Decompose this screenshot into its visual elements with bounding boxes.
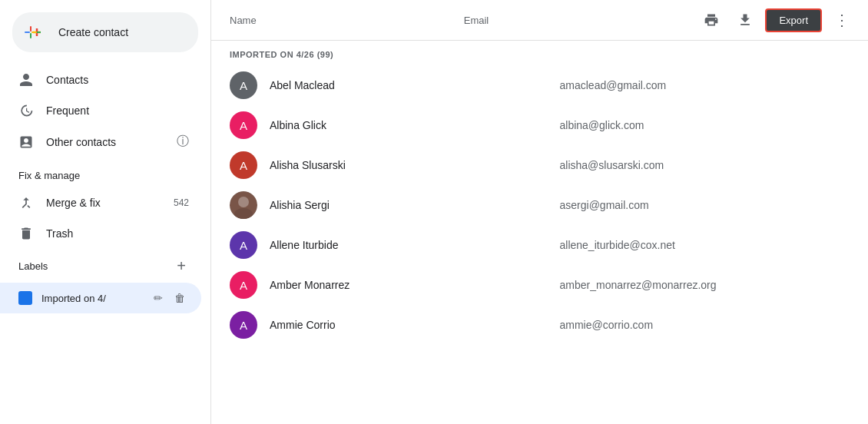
contact-name: Alisha Slusarski [270,159,560,171]
delete-label-button[interactable]: 🗑 [171,289,189,307]
contact-name: Ammie Corrio [270,319,560,331]
contact-row[interactable]: Alishia Sergi asergi@gmail.com [211,185,868,225]
contact-row[interactable]: A Allene Iturbide allene_iturbide@cox.ne… [211,225,868,265]
info-icon: ⓘ [177,134,189,150]
labels-title: Labels [18,260,48,272]
contact-email: amaclead@gmail.com [560,79,850,91]
main-content: Name Email Export ⋮ IMPORTED ON 4/26 (99… [211,0,868,424]
more-options-button[interactable]: ⋮ [828,6,856,34]
labels-header: Labels + [0,249,210,283]
download-button[interactable] [731,6,759,34]
contact-name: Alishia Sergi [270,199,560,211]
contact-email: ammie@corrio.com [560,319,850,331]
create-contact-button[interactable]: Create contact [12,12,198,52]
label-text: Imported on 4/ [41,293,140,304]
person-icon [18,72,34,88]
other-contacts-label: Other contacts [46,136,116,148]
person-photo-placeholder [230,191,257,219]
svg-rect-2 [30,26,31,31]
svg-rect-4 [25,31,30,33]
contact-list: IMPORTED ON 4/26 (99) A Abel Maclead ama… [211,41,868,424]
avatar: A [230,71,257,99]
label-color-icon [18,291,32,305]
contact-email: allene_iturbide@cox.net [560,239,850,251]
print-button[interactable] [697,6,725,34]
main-header: Name Email Export ⋮ [211,0,868,41]
merge-badge: 542 [174,197,189,208]
export-button[interactable]: Export [765,8,822,32]
column-name: Name [230,15,464,26]
sidebar-item-trash[interactable]: Trash [0,218,201,249]
sidebar-item-frequent[interactable]: Frequent [0,95,201,126]
history-icon [18,103,34,118]
sidebar: Create contact Contacts Frequent Other c… [0,0,211,424]
contacts-container: A Abel Maclead amaclead@gmail.com A Albi… [211,65,868,345]
svg-rect-5 [31,31,37,33]
frequent-label: Frequent [46,104,89,117]
contact-row[interactable]: A Ammie Corrio ammie@corrio.com [211,305,868,345]
contacts-label: Contacts [46,74,88,86]
create-contact-label: Create contact [58,26,128,38]
trash-icon [18,226,34,241]
contact-name: Amber Monarrez [270,279,560,291]
trash-label: Trash [46,227,73,240]
header-actions: Export ⋮ [697,6,856,34]
contact-row[interactable]: A Albina Glick albina@glick.com [211,105,868,145]
contact-email: asergi@gmail.com [560,199,850,211]
avatar: A [230,111,257,139]
sidebar-item-merge[interactable]: Merge & fix 542 [0,187,201,218]
sidebar-item-contacts[interactable]: Contacts [0,65,201,95]
contact-email: alisha@slusarski.com [560,159,850,171]
group-header: IMPORTED ON 4/26 (99) [211,41,868,65]
svg-point-7 [238,197,249,207]
label-item-imported[interactable]: Imported on 4/ ✏ 🗑 [0,283,201,313]
google-plus-icon [22,23,40,41]
fix-manage-title: Fix & manage [0,157,210,187]
avatar: A [230,311,257,339]
contact-row[interactable]: A Abel Maclead amaclead@gmail.com [211,65,868,105]
download-icon [737,12,753,28]
edit-label-button[interactable]: ✏ [149,289,167,307]
merge-label: Merge & fix [46,197,101,209]
column-email: Email [464,15,698,26]
contact-name: Abel Maclead [270,79,560,91]
contact-name: Allene Iturbide [270,239,560,251]
contact-email: amber_monarrez@monarrez.org [560,279,850,291]
contact-email: albina@glick.com [560,119,850,131]
contact-name: Albina Glick [270,119,560,131]
svg-rect-3 [30,33,31,38]
avatar: A [230,271,257,299]
contact-row[interactable]: A Amber Monarrez amber_monarrez@monarrez… [211,265,868,305]
label-actions: ✏ 🗑 [149,289,189,307]
contact-row[interactable]: A Alisha Slusarski alisha@slusarski.com [211,145,868,185]
merge-icon [18,195,34,210]
add-label-button[interactable]: + [171,255,192,277]
print-icon [704,12,719,28]
avatar: A [230,151,257,179]
avatar: A [230,231,257,259]
sidebar-item-other-contacts[interactable]: Other contacts ⓘ [0,126,201,157]
person-box-icon [18,134,34,150]
avatar-photo [230,191,257,219]
